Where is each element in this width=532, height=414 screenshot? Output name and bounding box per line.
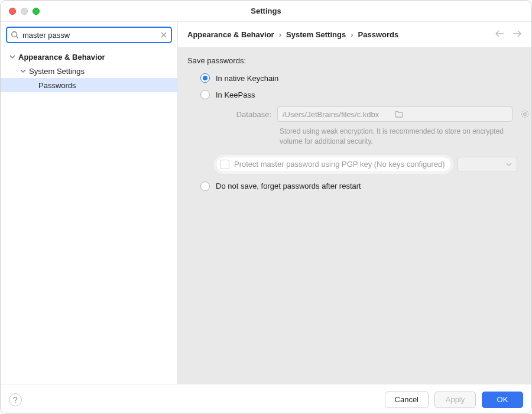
breadcrumb-l3[interactable]: Passwords — [358, 30, 399, 39]
cancel-button[interactable]: Cancel — [385, 392, 429, 408]
forward-icon[interactable] — [512, 30, 522, 39]
window-controls — [1, 8, 40, 15]
radio-selected-icon[interactable] — [200, 73, 210, 83]
chevron-down-icon — [506, 161, 512, 167]
chevron-down-icon — [9, 53, 16, 60]
option-label: In native Keychain — [216, 74, 278, 83]
close-window-button[interactable] — [9, 8, 16, 15]
search-field[interactable] — [6, 27, 172, 43]
tree-item-passwords[interactable]: Passwords — [1, 78, 177, 92]
settings-tree: Appearance & Behavior System Settings Pa… — [1, 48, 177, 92]
breadcrumb-l1[interactable]: Appearance & Behavior — [187, 30, 274, 39]
pgp-label: Protect master password using PGP key (N… — [234, 160, 445, 169]
settings-content: Appearance & Behavior › System Settings … — [178, 22, 531, 384]
clear-search-icon[interactable] — [160, 31, 167, 38]
content-header: Appearance & Behavior › System Settings … — [178, 22, 531, 48]
search-input[interactable] — [22, 31, 157, 40]
back-icon[interactable] — [495, 30, 504, 39]
database-label: Database: — [218, 110, 271, 119]
option-native-keychain[interactable]: In native Keychain — [187, 70, 531, 86]
apply-button[interactable]: Apply — [434, 392, 476, 408]
settings-sidebar: Appearance & Behavior System Settings Pa… — [1, 22, 178, 384]
titlebar: Settings — [1, 1, 531, 22]
tree-item-appearance-behavior[interactable]: Appearance & Behavior — [1, 50, 177, 64]
pgp-key-select[interactable] — [458, 157, 517, 172]
breadcrumb-l2[interactable]: System Settings — [286, 30, 346, 39]
option-keepass[interactable]: In KeePass — [187, 86, 531, 103]
database-path-field[interactable]: /Users/JetBrains/files/c.kdbx — [277, 106, 512, 122]
chevron-right-icon: › — [278, 30, 283, 39]
help-button[interactable]: ? — [9, 393, 22, 406]
tree-label: Appearance & Behavior — [18, 53, 105, 62]
svg-point-0 — [12, 32, 17, 37]
passwords-panel: Save passwords: In native Keychain In Ke… — [178, 48, 531, 384]
pgp-checkbox-row[interactable]: Protect master password using PGP key (N… — [216, 157, 452, 172]
ok-button[interactable]: OK — [482, 392, 523, 408]
chevron-down-icon — [20, 67, 27, 75]
section-title: Save passwords: — [187, 56, 531, 70]
option-label: In KeePass — [216, 90, 255, 99]
database-path-value: /Users/JetBrains/files/c.kdbx — [283, 110, 395, 119]
radio-icon[interactable] — [200, 182, 210, 191]
search-icon — [11, 31, 19, 39]
tree-label: System Settings — [29, 67, 85, 76]
radio-icon[interactable] — [200, 90, 210, 99]
minimize-window-button[interactable] — [21, 8, 28, 15]
svg-point-4 — [524, 113, 526, 115]
svg-line-1 — [17, 37, 18, 38]
gear-icon[interactable] — [518, 108, 531, 121]
window-title: Settings — [1, 7, 531, 15]
zoom-window-button[interactable] — [33, 8, 40, 15]
tree-label: Passwords — [38, 81, 76, 90]
dialog-footer: ? Cancel Apply OK — [1, 384, 531, 414]
tree-item-system-settings[interactable]: System Settings — [1, 64, 177, 78]
chevron-right-icon: › — [349, 30, 354, 39]
checkbox-icon[interactable] — [220, 160, 229, 169]
database-hint: Stored using weak encryption. It is reco… — [218, 125, 531, 153]
option-label: Do not save, forget passwords after rest… — [216, 182, 361, 190]
option-do-not-save[interactable]: Do not save, forget passwords after rest… — [187, 176, 531, 195]
folder-icon[interactable] — [395, 111, 507, 118]
